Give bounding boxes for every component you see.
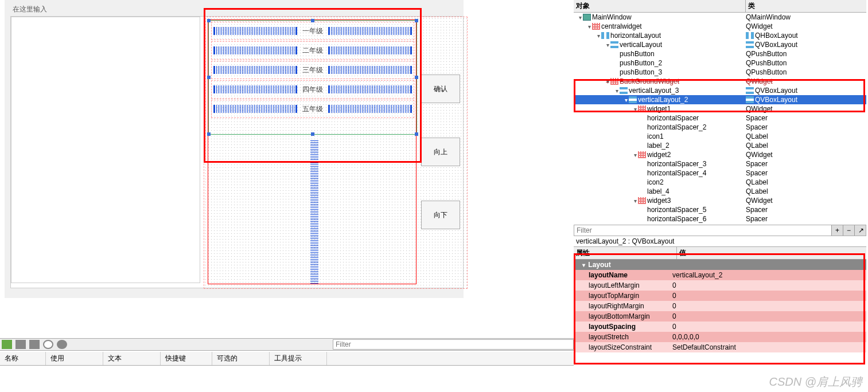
filter-minus-button[interactable]: − [843, 225, 854, 236]
tree-item-name: widget1 [647, 105, 671, 113]
vlay-icon [746, 87, 754, 94]
tree-row[interactable]: ▾centralwidgetQWidget [574, 22, 866, 31]
property-row[interactable]: layoutSpacing0 [574, 322, 866, 332]
expand-arrow-icon[interactable]: ▾ [577, 14, 583, 21]
tree-row[interactable]: icon1QLabel [574, 132, 866, 141]
property-value[interactable]: 0 [670, 291, 866, 300]
property-row[interactable]: layoutTopMargin0 [574, 291, 866, 301]
tree-row[interactable]: ▾widget1QWidget [574, 104, 866, 113]
tree-row[interactable]: ▾widget2QWidget [574, 150, 866, 159]
tree-item-name: label_4 [647, 187, 670, 195]
expand-arrow-icon[interactable]: ▾ [632, 106, 638, 112]
form-icon [583, 14, 591, 21]
confirm-button[interactable]: 确认 [421, 75, 460, 103]
tree-row[interactable]: ▾horizontalLayoutQHBoxLayout [574, 31, 866, 40]
property-value[interactable]: 0 [670, 301, 866, 311]
tree-row[interactable]: icon2QLabel [574, 178, 866, 187]
tree-row[interactable]: icon3QLabel [574, 224, 866, 225]
tree-item-class: Spacer [746, 114, 768, 122]
tree-row[interactable]: horizontalSpacer_4Spacer [574, 168, 866, 178]
property-row[interactable]: layoutSizeConstraintSetDefaultConstraint [574, 342, 866, 352]
tree-row[interactable]: ▾MainWindowQMainWindow [574, 13, 866, 22]
tree-row[interactable]: pushButton_2QPushButton [574, 58, 866, 68]
property-selector[interactable]: verticalLayout_2 : QVBoxLayout [574, 236, 866, 247]
property-value[interactable]: 0 [670, 322, 866, 331]
tree-item-class: QVBoxLayout [755, 96, 797, 104]
action-filter-input[interactable] [333, 339, 574, 350]
tree-row[interactable]: pushButtonQPushButton [574, 49, 866, 58]
tree-row[interactable]: ▾verticalLayoutQVBoxLayout [574, 40, 866, 49]
tree-item-class: QWidget [746, 22, 773, 30]
property-row[interactable]: layoutNameverticalLayout_2 [574, 270, 866, 280]
tree-item-name: pushButton [620, 50, 655, 58]
expand-arrow-icon[interactable]: ▾ [605, 79, 610, 85]
tree-row[interactable]: ▾verticalLayout_2QVBoxLayout [574, 95, 866, 104]
tree-row[interactable]: horizontalSpacer_2Spacer [574, 123, 866, 132]
property-row[interactable]: layoutLeftMargin0 [574, 280, 866, 291]
right-panels: 对象 类 ▾MainWindowQMainWindow▾centralwidge… [574, 0, 866, 367]
tree-item-name: verticalLayout_2 [638, 96, 688, 104]
tree-item-name: horizontalSpacer_6 [647, 215, 706, 223]
filter-plus-button[interactable]: + [831, 225, 843, 236]
header-object[interactable]: 对象 [574, 0, 746, 12]
vlay-icon [746, 96, 754, 103]
tree-row[interactable]: label_2QLabel [574, 141, 866, 150]
tree-item-class: Spacer [746, 123, 768, 131]
property-value[interactable]: verticalLayout_2 [670, 271, 866, 280]
widget-icon [638, 105, 646, 112]
tree-row[interactable]: label_4QLabel [574, 187, 866, 196]
property-value[interactable]: 0 [670, 281, 866, 290]
tree-item-name: centralwidget [601, 22, 642, 30]
hlay-icon [601, 32, 609, 39]
copy-icon[interactable] [15, 340, 26, 349]
header-class[interactable]: 类 [746, 0, 866, 12]
tree-row[interactable]: horizontalSpacer_5Spacer [574, 205, 866, 214]
expand-arrow-icon[interactable]: ▾ [595, 33, 601, 39]
expand-arrow-icon[interactable]: ▾ [623, 97, 629, 103]
column-header[interactable]: 文本 [103, 352, 161, 365]
property-row[interactable]: layoutRightMargin0 [574, 301, 866, 311]
property-value[interactable]: 0 [670, 312, 866, 321]
highlight-box-canvas [204, 8, 422, 163]
property-filter-input[interactable] [574, 225, 831, 236]
tree-row[interactable]: ▾verticalLayout_3QVBoxLayout [574, 86, 866, 95]
column-header[interactable]: 快捷键 [161, 352, 212, 365]
filter-arrow-button[interactable]: ↗ [854, 225, 866, 236]
expand-arrow-icon[interactable]: ▾ [586, 23, 592, 30]
tree-item-name: horizontalSpacer_2 [647, 123, 706, 131]
tree-row[interactable]: horizontalSpacer_6Spacer [574, 214, 866, 224]
up-button[interactable]: 向上 [421, 138, 460, 166]
property-row[interactable]: layoutStretch0,0,0,0,0 [574, 332, 866, 342]
property-group-layout[interactable]: ▾ Layout [574, 260, 866, 270]
tree-item-class: QPushButton [746, 68, 787, 76]
expand-arrow-icon[interactable]: ▾ [605, 42, 610, 48]
property-name: layoutLeftMargin [574, 281, 670, 290]
tree-row[interactable]: pushButton_3QPushButton [574, 68, 866, 77]
design-canvas[interactable]: 一年级二年级三年级四年级五年级 确认 向上 向下 [10, 16, 464, 288]
tree-row[interactable]: ▾widget3QWidget [574, 196, 866, 205]
paste-icon[interactable] [29, 340, 40, 349]
column-header[interactable]: 名称 [0, 352, 46, 365]
new-action-icon[interactable] [2, 340, 12, 349]
tree-row[interactable]: horizontalSpacerSpacer [574, 113, 866, 123]
expand-arrow-icon[interactable]: ▾ [632, 198, 638, 204]
expand-arrow-icon[interactable]: ▾ [632, 152, 638, 158]
header-property[interactable]: 属性 [574, 247, 677, 259]
tree-item-class: QLabel [746, 187, 768, 195]
disable-icon[interactable] [43, 340, 53, 349]
column-header[interactable]: 使用 [46, 352, 103, 365]
tree-row[interactable]: ▾BackGroundWidgetQWidget [574, 77, 866, 86]
property-value[interactable]: 0,0,0,0,0 [670, 332, 866, 342]
tree-item-class: QMainWindow [746, 13, 791, 21]
expand-arrow-icon[interactable]: ▾ [614, 88, 620, 94]
tree-row[interactable]: horizontalSpacer_3Spacer [574, 159, 866, 168]
object-tree[interactable]: ▾MainWindowQMainWindow▾centralwidgetQWid… [574, 13, 866, 225]
settings-icon[interactable] [57, 340, 67, 349]
tree-item-name: horizontalSpacer_3 [647, 160, 706, 168]
property-value[interactable]: SetDefaultConstraint [670, 343, 866, 352]
column-header[interactable]: 可选的 [212, 352, 270, 365]
column-header[interactable]: 工具提示 [270, 352, 327, 365]
property-row[interactable]: layoutBottomMargin0 [574, 311, 866, 322]
down-button[interactable]: 向下 [421, 201, 460, 229]
header-value[interactable]: 值 [677, 247, 866, 259]
